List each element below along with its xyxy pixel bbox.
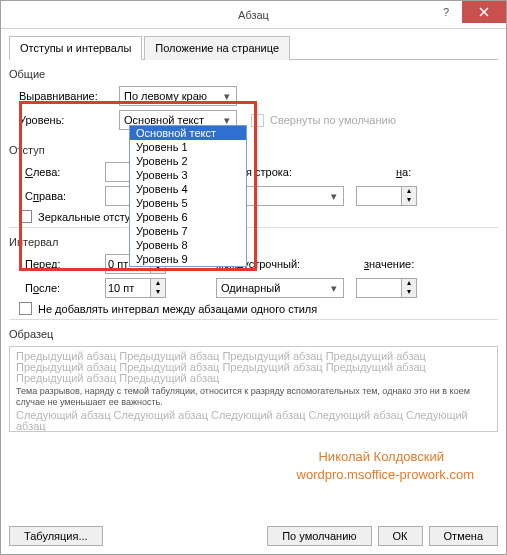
spacing-at-label: значение: xyxy=(364,258,414,270)
help-button[interactable]: ? xyxy=(430,1,462,23)
level-option[interactable]: Уровень 7 xyxy=(130,224,246,238)
preview-pane: Предыдущий абзац Предыдущий абзац Предыд… xyxy=(9,346,498,432)
no-space-same-style-label: Не добавлять интервал между абзацами одн… xyxy=(38,303,317,315)
firstline-by-spinner[interactable]: ▴▾ xyxy=(356,186,417,206)
level-option[interactable]: Основной текст xyxy=(130,126,246,140)
tabs-button[interactable]: Табуляция... xyxy=(9,526,103,546)
close-icon xyxy=(479,7,489,17)
space-after-input[interactable] xyxy=(105,278,151,298)
tab-pageflow[interactable]: Положение на странице xyxy=(144,36,290,60)
titlebar: Абзац ? xyxy=(1,1,506,29)
linespacing-value: Одинарный xyxy=(221,282,280,294)
level-option[interactable]: Уровень 4 xyxy=(130,182,246,196)
spin-down-icon[interactable]: ▾ xyxy=(151,288,165,297)
collapse-default-label: Свернуты по умолчанию xyxy=(270,114,396,126)
firstline-by-input[interactable] xyxy=(356,186,402,206)
watermark-name: Николай Колдовский xyxy=(318,449,444,464)
space-after-spinner[interactable]: ▴▾ xyxy=(105,278,166,298)
alignment-value: По левому краю xyxy=(124,90,207,102)
linespacing-combo[interactable]: Одинарный ▾ xyxy=(216,278,344,298)
indent-left-label: Слева: xyxy=(19,166,105,178)
cancel-button[interactable]: Отмена xyxy=(429,526,498,546)
spin-down-icon[interactable]: ▾ xyxy=(402,288,416,297)
chevron-down-icon: ▾ xyxy=(220,90,234,103)
collapse-default-checkbox: Свернуты по умолчанию xyxy=(251,114,396,127)
indent-by-label: на: xyxy=(396,166,411,178)
paragraph-dialog: Абзац ? Отступы и интервалы Положение на… xyxy=(0,0,507,555)
chevron-down-icon: ▾ xyxy=(327,190,341,203)
alignment-label: Выравнивание: xyxy=(19,90,119,102)
preview-next: Следующий абзац Следующий абзац Следующи… xyxy=(16,410,491,432)
level-option[interactable]: Уровень 5 xyxy=(130,196,246,210)
level-option[interactable]: Уровень 9 xyxy=(130,252,246,266)
no-space-same-style-checkbox[interactable]: Не добавлять интервал между абзацами одн… xyxy=(19,302,317,315)
tab-indents[interactable]: Отступы и интервалы xyxy=(9,36,142,60)
alignment-combo[interactable]: По левому краю ▾ xyxy=(119,86,237,106)
level-option[interactable]: Уровень 8 xyxy=(130,238,246,252)
group-spacing: Интервал xyxy=(9,236,498,248)
preview-prev: Предыдущий абзац Предыдущий абзац Предыд… xyxy=(16,351,491,384)
level-option[interactable]: Уровень 2 xyxy=(130,154,246,168)
group-sample: Образец xyxy=(9,328,498,340)
set-default-button[interactable]: По умолчанию xyxy=(267,526,371,546)
chevron-down-icon: ▾ xyxy=(327,282,341,295)
indent-right-label: Справа: xyxy=(19,190,105,202)
level-option[interactable]: Уровень 3 xyxy=(130,168,246,182)
level-option[interactable]: Уровень 6 xyxy=(130,210,246,224)
mirror-indents-checkbox[interactable]: Зеркальные отступы xyxy=(19,210,144,223)
spacing-at-input[interactable] xyxy=(356,278,402,298)
outline-level-dropdown[interactable]: Основной текст Уровень 1 Уровень 2 Урове… xyxy=(129,125,247,267)
space-before-label: Перед: xyxy=(19,258,105,270)
outline-level-label: Уровень: xyxy=(19,114,119,126)
close-button[interactable] xyxy=(462,1,506,23)
group-general: Общие xyxy=(9,68,498,80)
window-title: Абзац xyxy=(238,9,269,21)
level-option[interactable]: Уровень 1 xyxy=(130,140,246,154)
ok-button[interactable]: ОК xyxy=(378,526,423,546)
spin-down-icon[interactable]: ▾ xyxy=(402,196,416,205)
space-after-label: После: xyxy=(19,282,105,294)
tab-strip: Отступы и интервалы Положение на страниц… xyxy=(9,35,498,60)
group-indent: Отступ xyxy=(9,144,498,156)
watermark-site: wordpro.msoffice-prowork.com xyxy=(297,467,474,482)
spacing-at-spinner[interactable]: ▴▾ xyxy=(356,278,417,298)
preview-current: Тема разрывов, наряду с темой табуляции,… xyxy=(16,386,491,408)
